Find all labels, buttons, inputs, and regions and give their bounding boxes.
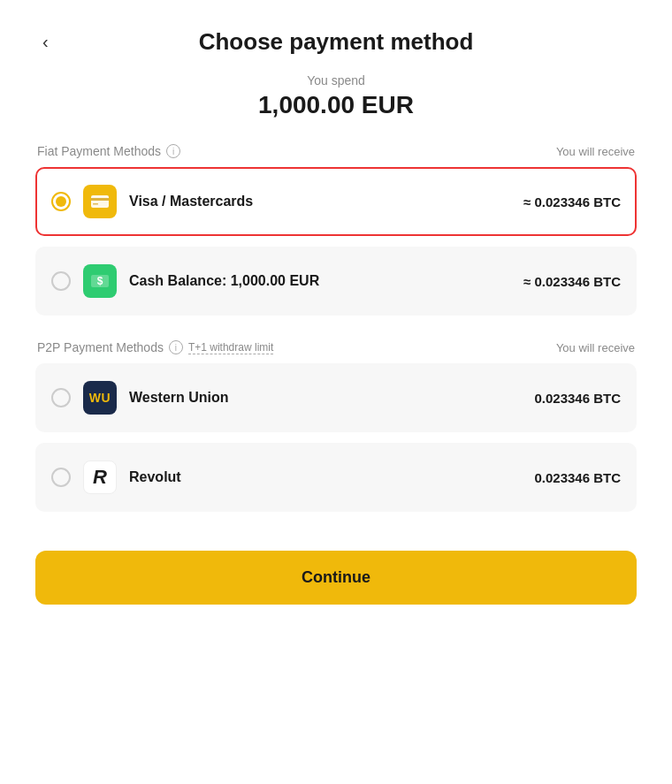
svg-text:$: $: [97, 275, 103, 287]
visa-label: Visa / Mastercards: [129, 194, 253, 209]
p2p-section-title: P2P Payment Methods: [37, 340, 164, 354]
payment-option-visa-left: Visa / Mastercards: [51, 185, 253, 218]
revolut-icon: R: [83, 461, 117, 494]
wu-amount: 0.023346 BTC: [534, 391, 621, 406]
payment-option-revolut-left: R Revolut: [51, 461, 181, 494]
radio-cash[interactable]: [51, 271, 71, 291]
cash-icon-svg: $: [90, 273, 110, 289]
spend-label: You spend: [35, 73, 637, 88]
wu-icon: WU: [83, 381, 117, 415]
svg-rect-1: [91, 198, 109, 201]
radio-visa-inner: [56, 196, 66, 207]
p2p-section-header: P2P Payment Methods i T+1 withdraw limit…: [35, 340, 637, 354]
visa-card-svg: [90, 194, 110, 209]
spend-amount: 1,000.00 EUR: [35, 91, 637, 119]
revolut-amount: 0.023346 BTC: [534, 470, 621, 485]
fiat-section-title: Fiat Payment Methods: [37, 144, 161, 158]
t1-badge[interactable]: T+1 withdraw limit: [188, 341, 273, 354]
radio-visa[interactable]: [51, 192, 71, 211]
revolut-r-letter: R: [93, 466, 107, 489]
payment-option-wu-left: WU Western Union: [51, 381, 229, 415]
radio-revolut[interactable]: [51, 468, 71, 487]
fiat-section-header: Fiat Payment Methods i You will receive: [35, 144, 637, 158]
payment-option-visa[interactable]: Visa / Mastercards ≈ 0.023346 BTC: [35, 167, 637, 236]
page-title: Choose payment method: [199, 28, 474, 56]
back-button[interactable]: ‹: [35, 28, 56, 56]
svg-rect-0: [91, 195, 109, 208]
visa-icon: [83, 185, 117, 218]
radio-wu[interactable]: [51, 388, 71, 407]
cash-icon: $: [83, 264, 117, 298]
wu-text: WU: [89, 391, 111, 405]
p2p-section-left: P2P Payment Methods i T+1 withdraw limit: [37, 340, 273, 354]
payment-option-cash[interactable]: $ Cash Balance: 1,000.00 EUR ≈ 0.023346 …: [35, 247, 637, 316]
page-container: ‹ Choose payment method You spend 1,000.…: [0, 0, 672, 784]
fiat-you-will-receive: You will receive: [556, 145, 635, 158]
revolut-label: Revolut: [129, 469, 181, 485]
continue-button[interactable]: Continue: [35, 551, 637, 605]
fiat-info-icon[interactable]: i: [166, 144, 180, 158]
fiat-section-left: Fiat Payment Methods i: [37, 144, 180, 158]
header: ‹ Choose payment method: [35, 28, 637, 56]
cash-label: Cash Balance: 1,000.00 EUR: [129, 273, 319, 289]
payment-option-wu[interactable]: WU Western Union 0.023346 BTC: [35, 363, 637, 432]
payment-option-revolut[interactable]: R Revolut 0.023346 BTC: [35, 443, 637, 512]
p2p-info-icon[interactable]: i: [169, 340, 183, 354]
visa-amount: ≈ 0.023346 BTC: [523, 194, 621, 209]
p2p-you-will-receive: You will receive: [556, 341, 635, 354]
cash-amount: ≈ 0.023346 BTC: [523, 274, 621, 289]
payment-option-cash-left: $ Cash Balance: 1,000.00 EUR: [51, 264, 319, 298]
wu-label: Western Union: [129, 390, 229, 406]
svg-rect-2: [93, 203, 98, 205]
